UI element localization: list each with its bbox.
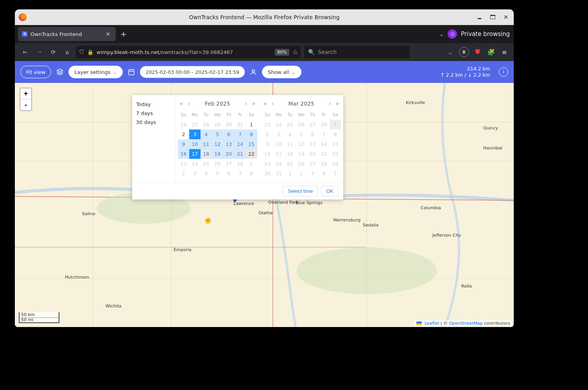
calendar-day[interactable]: 1 — [330, 120, 341, 129]
calendar-day[interactable]: 27 — [307, 159, 318, 169]
zoom-badge[interactable]: 80% — [275, 49, 289, 56]
prev-month-icon[interactable]: ‹ — [270, 100, 276, 107]
calendar-day[interactable]: 26 — [296, 159, 307, 169]
calendar-day[interactable]: 19 — [212, 149, 223, 159]
prev-year-icon[interactable]: « — [178, 100, 185, 107]
calendar-day[interactable]: 2 — [262, 129, 273, 139]
show-all-button[interactable]: Show all ⌄ — [262, 66, 301, 78]
calendar-day[interactable]: 11 — [201, 139, 212, 149]
calendar-day[interactable]: 9 — [262, 139, 273, 149]
calendar-day[interactable]: 25 — [284, 120, 296, 129]
calendar-day[interactable]: 7 — [235, 169, 246, 178]
calendar-day[interactable]: 30 — [262, 169, 273, 178]
calendar-day[interactable]: 21 — [318, 149, 330, 159]
calendar-day[interactable]: 3 — [189, 169, 201, 178]
calendar-day[interactable]: 14 — [235, 139, 246, 149]
home-button[interactable]: ⌂ — [62, 47, 73, 58]
zoom-in-button[interactable]: + — [20, 88, 31, 99]
calendar-day[interactable]: 23 — [262, 159, 273, 169]
calendar-day[interactable]: 1 — [246, 120, 257, 129]
calendar-day[interactable]: 4 — [284, 129, 296, 139]
calendar-day[interactable]: 24 — [189, 159, 201, 169]
browser-tab[interactable]: ⦿ OwnTracks Frontend ✕ — [18, 27, 116, 41]
calendar-day[interactable]: 30 — [223, 120, 235, 129]
calendar-day[interactable]: 31 — [273, 169, 284, 178]
calendar-day[interactable]: 28 — [235, 159, 246, 169]
layer-settings-button[interactable]: Layer settings ⌄ — [68, 66, 123, 78]
calendar-day[interactable]: 12 — [212, 139, 223, 149]
select-time-button[interactable]: Select time — [283, 186, 318, 196]
calendar-day[interactable]: 27 — [307, 120, 318, 129]
calendar-day[interactable]: 6 — [223, 129, 235, 139]
calendar-day[interactable]: 25 — [201, 159, 212, 169]
window-maximize-icon[interactable]: 🗖 — [489, 14, 497, 21]
calendar-day[interactable]: 17 — [189, 149, 201, 159]
window-close-icon[interactable]: ✕ — [502, 14, 510, 21]
calendar-day[interactable]: 25 — [284, 159, 296, 169]
next-month-icon[interactable]: › — [243, 100, 249, 107]
url-bar[interactable]: ⛉ 🔒 wimpy.bleak-moth.ts.net/owntracks/?l… — [76, 46, 301, 58]
shield-icon[interactable]: ⛉ — [79, 49, 84, 55]
calendar-day[interactable]: 17 — [273, 149, 284, 159]
date-shortcut[interactable]: 30 days — [136, 118, 171, 127]
next-year-icon[interactable]: » — [250, 100, 257, 107]
calendar-day[interactable]: 10 — [273, 139, 284, 149]
prev-month-icon[interactable]: ‹ — [186, 100, 192, 107]
calendar-day[interactable]: 7 — [318, 129, 330, 139]
map[interactable]: KirksvilleQuincyHannibalKansas CityManha… — [15, 83, 514, 327]
calendar-day[interactable]: 15 — [330, 139, 341, 149]
window-minimize-icon[interactable]: 🗕 — [475, 14, 483, 21]
next-month-icon[interactable]: › — [327, 100, 333, 107]
calendar-day[interactable]: 19 — [296, 149, 307, 159]
lock-icon[interactable]: 🔒 — [87, 49, 93, 55]
calendar-day[interactable]: 2 — [178, 169, 189, 178]
calendar-day[interactable]: 26 — [212, 159, 223, 169]
calendar-day[interactable]: 8 — [246, 169, 257, 178]
calendar-day[interactable]: 20 — [223, 149, 235, 159]
calendar-day[interactable]: 13 — [307, 139, 318, 149]
ok-button[interactable]: OK — [321, 186, 339, 196]
calendar-day[interactable]: 23 — [178, 159, 189, 169]
calendar-icon[interactable] — [127, 67, 136, 77]
tabs-dropdown-icon[interactable]: ⌄ — [439, 31, 444, 37]
calendar-day[interactable]: 7 — [235, 129, 246, 139]
calendar-day[interactable]: 29 — [212, 120, 223, 129]
back-button[interactable]: ← — [20, 47, 30, 58]
calendar-day[interactable]: 11 — [284, 139, 296, 149]
calendar-day[interactable]: 31 — [235, 120, 246, 129]
calendar-day[interactable]: 5 — [212, 169, 223, 178]
layers-icon[interactable] — [55, 67, 65, 77]
calendar-day[interactable]: 4 — [201, 129, 212, 139]
account-icon[interactable]: B — [459, 47, 469, 57]
calendar-day[interactable]: 15 — [246, 139, 257, 149]
calendar-day[interactable]: 8 — [330, 129, 341, 139]
forward-button[interactable]: → — [34, 47, 45, 58]
calendar-day[interactable]: 9 — [178, 139, 189, 149]
osm-link[interactable]: OpenStreetMap — [449, 321, 483, 326]
calendar-day[interactable]: 18 — [284, 149, 296, 159]
calendar-day[interactable]: 28 — [318, 159, 330, 169]
new-tab-button[interactable]: + — [118, 29, 129, 40]
calendar-day[interactable]: 3 — [273, 129, 284, 139]
calendar-day[interactable]: 5 — [296, 129, 307, 139]
calendar-day[interactable]: 5 — [212, 129, 223, 139]
reload-button[interactable]: ⟳ — [48, 47, 59, 58]
calendar-day[interactable]: 29 — [330, 159, 341, 169]
extensions-icon[interactable]: 🧩 — [486, 47, 496, 57]
calendar-day[interactable]: 18 — [201, 149, 212, 159]
calendar-day[interactable]: 10 — [189, 139, 201, 149]
ublock-icon[interactable]: ⛊ — [473, 47, 482, 57]
next-year-icon[interactable]: » — [334, 100, 341, 107]
calendar-day[interactable]: 5 — [330, 169, 341, 178]
calendar-day[interactable]: 24 — [273, 120, 284, 129]
calendar-day[interactable]: 28 — [201, 120, 212, 129]
date-range-input[interactable]: 2025-02-03 00:00 – 2025-02-17 23:59 — [140, 66, 244, 78]
calendar-day[interactable]: 2 — [296, 169, 307, 178]
calendar-day[interactable]: 21 — [235, 149, 246, 159]
calendar-day[interactable]: 27 — [223, 159, 235, 169]
calendar-day[interactable]: 13 — [223, 139, 235, 149]
calendar-day[interactable]: 16 — [178, 149, 189, 159]
calendar-day[interactable]: 3 — [307, 169, 318, 178]
zoom-out-button[interactable]: - — [20, 99, 31, 110]
calendar-day[interactable]: 24 — [273, 159, 284, 169]
